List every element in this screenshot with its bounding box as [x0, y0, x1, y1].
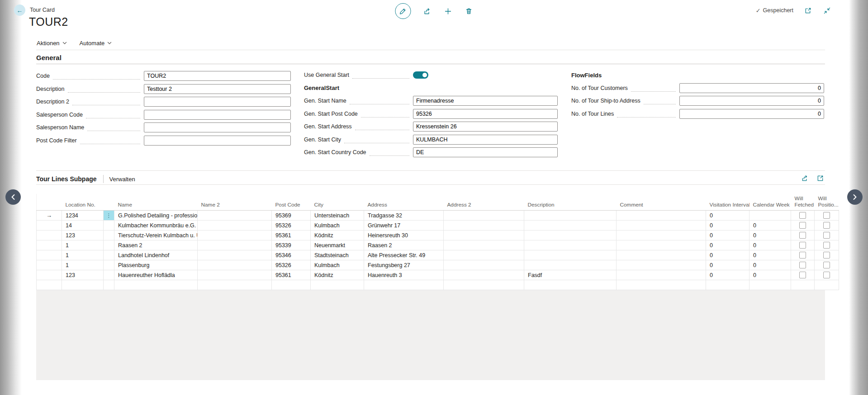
share-button[interactable] [422, 7, 432, 16]
gen-start-country-code-field[interactable] [413, 147, 558, 157]
will-positio-checkbox[interactable] [823, 262, 830, 268]
cell-visitation-interval[interactable] [706, 280, 749, 290]
cell-city[interactable]: Ködnitz [311, 270, 364, 280]
cell-description[interactable] [524, 211, 617, 221]
cell-context-menu[interactable] [104, 230, 114, 240]
delete-button[interactable] [464, 7, 473, 16]
post-code-filter-field[interactable] [144, 136, 291, 146]
cell-post-code[interactable]: 95346 [272, 250, 311, 260]
cell-name[interactable]: G.Polished Detailing - professionel... [114, 211, 198, 221]
cell-comment[interactable] [617, 270, 706, 280]
cell-visitation-interval[interactable]: 0 [706, 230, 749, 240]
salesperson-code-field[interactable] [144, 110, 291, 120]
cell-description[interactable] [524, 221, 617, 230]
cell-location-no[interactable]: 1 [62, 250, 104, 260]
cell-calendar-week[interactable] [749, 211, 791, 221]
cell-description[interactable] [524, 230, 617, 240]
cell-name-2[interactable] [198, 260, 272, 270]
cell-calendar-week[interactable]: 0 [749, 250, 791, 260]
cell-name-2[interactable] [198, 230, 272, 240]
cell-name[interactable] [114, 280, 198, 290]
cell-comment[interactable] [617, 260, 706, 270]
cell-name-2[interactable] [198, 250, 272, 260]
cell-context-menu[interactable] [104, 280, 114, 290]
no-of-tour-customers-field[interactable] [679, 83, 824, 93]
cell-location-no[interactable]: 1 [62, 260, 104, 270]
will-fetched-checkbox[interactable] [799, 212, 806, 219]
cell-address-2[interactable] [444, 240, 524, 250]
description-2-field[interactable] [144, 97, 291, 107]
cell-visitation-interval[interactable]: 0 [706, 211, 749, 221]
cell-address[interactable]: Raasen 2 [364, 240, 444, 250]
cell-city[interactable]: Kulmbach [311, 221, 364, 230]
code-field[interactable] [144, 71, 291, 81]
header-name-2[interactable]: Name 2 [198, 194, 272, 211]
cell-comment[interactable] [617, 221, 706, 230]
cell-name[interactable]: Landhotel Lindenhof [114, 250, 198, 260]
cell-address-2[interactable] [444, 260, 524, 270]
cell-description[interactable] [524, 280, 617, 290]
next-record-button[interactable] [847, 189, 863, 205]
no-of-tour-lines-field[interactable] [679, 109, 824, 119]
cell-city[interactable]: Stadtsteinach [311, 250, 364, 260]
gen-start-name-field[interactable] [413, 96, 558, 106]
cell-visitation-interval[interactable]: 0 [706, 240, 749, 250]
use-general-start-toggle[interactable] [413, 71, 428, 79]
cell-calendar-week[interactable]: 0 [749, 270, 791, 280]
menu-verwalten[interactable]: Verwalten [109, 176, 135, 183]
cell-description[interactable] [524, 260, 617, 270]
cell-post-code[interactable]: 95339 [272, 240, 311, 250]
header-comment[interactable]: Comment [617, 194, 706, 211]
cell-location-no[interactable]: 1 [62, 240, 104, 250]
cell-name-2[interactable] [198, 280, 272, 290]
cell-address-2[interactable] [444, 230, 524, 240]
back-button[interactable]: ← [14, 5, 25, 16]
cell-name[interactable]: Hauenreuther Hoflädla [114, 270, 198, 280]
cell-address[interactable] [364, 280, 444, 290]
cell-name[interactable]: Tierschutz-Verein Kulmbach u. Um... [114, 230, 198, 240]
cell-address[interactable]: Alte Pressecker Str. 49 [364, 250, 444, 260]
header-location-no[interactable]: Location No. [62, 194, 104, 211]
will-fetched-checkbox[interactable] [799, 242, 806, 249]
cell-name[interactable]: Raasen 2 [114, 240, 198, 250]
cell-calendar-week[interactable]: 0 [749, 230, 791, 240]
subpage-share-button[interactable] [800, 174, 809, 183]
cell-name-2[interactable] [198, 221, 272, 230]
header-will-fetched[interactable]: Will Fetched [791, 194, 815, 211]
cell-location-no[interactable]: 1234 [62, 211, 104, 221]
cell-context-menu[interactable] [104, 240, 114, 250]
will-fetched-checkbox[interactable] [799, 272, 806, 278]
cell-context-menu[interactable] [104, 221, 114, 230]
header-name[interactable]: Name [114, 194, 198, 211]
will-positio-checkbox[interactable] [823, 222, 830, 229]
cell-post-code[interactable]: 95326 [272, 221, 311, 230]
cell-context-menu[interactable]: ⋮ [104, 211, 114, 221]
no-of-tour-ship-to-address-field[interactable] [679, 96, 824, 106]
will-fetched-checkbox[interactable] [799, 232, 806, 239]
header-visitation-interval[interactable]: Visitation Interval [706, 194, 749, 211]
cell-address[interactable]: Festungsberg 27 [364, 260, 444, 270]
will-positio-checkbox[interactable] [823, 252, 830, 259]
header-address-2[interactable]: Address 2 [444, 194, 524, 211]
cell-address[interactable]: Grünwehr 17 [364, 221, 444, 230]
gen-start-city-field[interactable] [413, 135, 558, 145]
cell-city[interactable]: Neuenmarkt [311, 240, 364, 250]
edit-button[interactable] [395, 3, 411, 19]
cell-name[interactable]: Plassenburg [114, 260, 198, 270]
cell-name-2[interactable] [198, 211, 272, 221]
header-description[interactable]: Description [524, 194, 617, 211]
cell-post-code[interactable]: 95361 [272, 270, 311, 280]
cell-post-code[interactable]: 95326 [272, 260, 311, 270]
previous-record-button[interactable] [5, 189, 21, 205]
cell-city[interactable]: Kulmbach [311, 260, 364, 270]
cell-calendar-week[interactable] [749, 280, 791, 290]
cell-location-no[interactable] [62, 280, 104, 290]
cell-description[interactable] [524, 250, 617, 260]
cell-context-menu[interactable] [104, 250, 114, 260]
cell-address-2[interactable] [444, 280, 524, 290]
gen-start-post-code-field[interactable] [413, 109, 558, 119]
header-calendar-week[interactable]: Calendar Week [749, 194, 791, 211]
will-fetched-checkbox[interactable] [799, 262, 806, 268]
new-button[interactable] [443, 7, 452, 16]
cell-city[interactable]: Untersteinach [311, 211, 364, 221]
